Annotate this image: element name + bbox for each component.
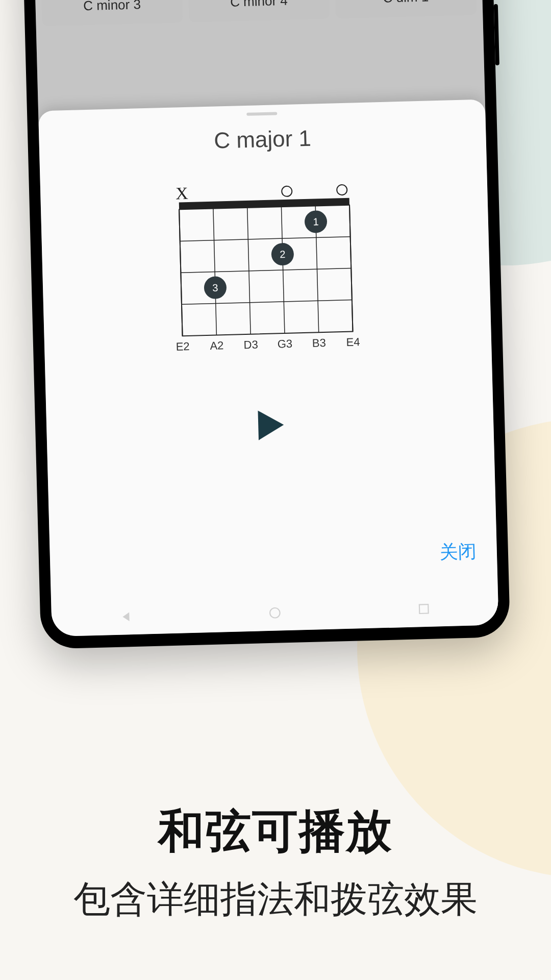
nav-recent-icon[interactable] — [417, 602, 431, 616]
svg-line-66 — [181, 268, 351, 273]
string-label: D3 — [243, 338, 258, 351]
open-string-marker — [282, 186, 292, 197]
nav-back-icon[interactable] — [119, 610, 133, 624]
svg-marker-80 — [258, 410, 284, 440]
finger-dot-1: 1 — [304, 210, 327, 233]
svg-rect-82 — [419, 604, 429, 614]
string-label: B3 — [312, 336, 326, 350]
play-button[interactable] — [252, 407, 288, 444]
svg-line-67 — [182, 300, 352, 305]
finger-dot-3: 3 — [204, 276, 227, 299]
mute-marker: X — [176, 184, 189, 203]
sheet-title: C major 1 — [39, 121, 486, 158]
close-button[interactable]: 关闭 — [439, 541, 477, 562]
phone-frame: E2 A2 D3 G3 B3 E4 E2 A2 D3 G3 B3 E4 E2 A… — [20, 0, 511, 649]
chord-diagram: X — [164, 180, 368, 359]
finger-dot-2: 2 — [271, 243, 294, 266]
string-label: E2 — [176, 340, 190, 353]
string-label: E4 — [346, 335, 360, 349]
nav-home-icon[interactable] — [268, 606, 282, 620]
svg-text:3: 3 — [212, 282, 218, 293]
marketing-subhead: 包含详细指法和拨弦效果 — [0, 875, 551, 924]
svg-line-65 — [180, 237, 350, 241]
marketing-headline: 和弦可播放 — [0, 800, 551, 863]
svg-text:1: 1 — [313, 216, 319, 227]
svg-point-81 — [270, 608, 280, 618]
open-string-marker — [337, 185, 347, 195]
play-icon — [252, 407, 288, 444]
string-label: A2 — [210, 339, 224, 352]
string-label: G3 — [277, 337, 292, 351]
phone-screen: E2 A2 D3 G3 B3 E4 E2 A2 D3 G3 B3 E4 E2 A… — [32, 0, 498, 636]
sheet-drag-handle[interactable] — [246, 112, 277, 116]
chord-detail-sheet: C major 1 X — [38, 100, 499, 637]
svg-text:2: 2 — [280, 249, 286, 260]
